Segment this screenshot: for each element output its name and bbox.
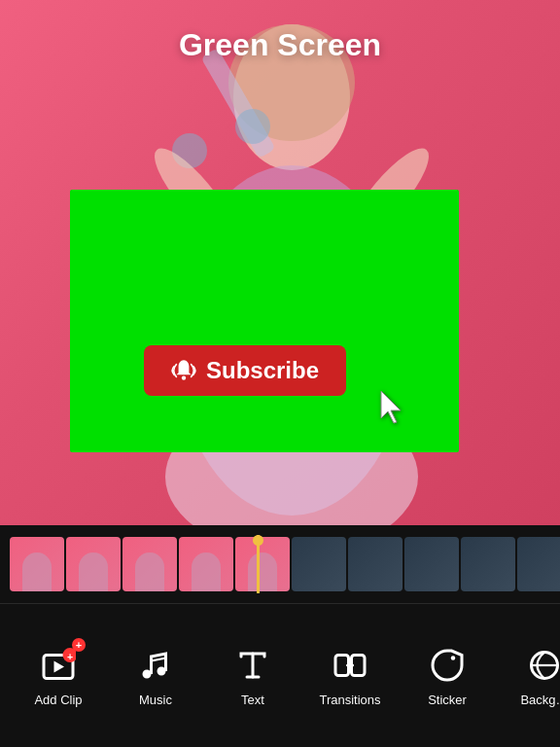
playhead[interactable] bbox=[257, 535, 260, 593]
subscribe-button: Subscribe bbox=[144, 345, 346, 396]
toolbar-item-music[interactable]: Music bbox=[107, 632, 204, 719]
toolbar-label-music: Music bbox=[139, 693, 172, 707]
toolbar-item-add-clip[interactable]: + Add Clip bbox=[10, 632, 107, 719]
toolbar-item-text[interactable]: Text bbox=[204, 632, 301, 719]
timeline-frame bbox=[517, 537, 560, 591]
sticker-icon bbox=[426, 644, 469, 687]
timeline-frame bbox=[66, 537, 121, 591]
toolbar-label-text: Text bbox=[241, 693, 264, 707]
transitions-icon bbox=[329, 644, 371, 687]
subscribe-label: Subscribe bbox=[206, 357, 319, 384]
text-icon bbox=[231, 644, 274, 687]
toolbar-label-add-clip: Add Clip bbox=[34, 693, 82, 707]
toolbar-label-background: Backg… bbox=[520, 693, 560, 707]
toolbar: + Add Clip Music Text bbox=[0, 603, 560, 747]
toolbar-label-transitions: Transitions bbox=[319, 693, 380, 707]
svg-text:+: + bbox=[67, 651, 73, 662]
toolbar-label-sticker: Sticker bbox=[428, 693, 467, 707]
timeline-frame bbox=[122, 537, 177, 591]
svg-point-9 bbox=[182, 375, 186, 379]
timeline[interactable] bbox=[0, 525, 560, 603]
toolbar-item-background[interactable]: Backg… bbox=[496, 632, 560, 719]
toolbar-item-transitions[interactable]: Transitions bbox=[301, 632, 399, 719]
add-clip-icon: + bbox=[37, 644, 80, 687]
timeline-frame bbox=[348, 537, 402, 591]
preview-title: Green Screen bbox=[179, 27, 381, 63]
timeline-frame bbox=[404, 537, 459, 591]
timeline-frame bbox=[179, 537, 233, 591]
timeline-frame bbox=[292, 537, 346, 591]
timeline-frame bbox=[461, 537, 515, 591]
timeline-frame bbox=[10, 537, 64, 591]
music-icon bbox=[134, 644, 177, 687]
bell-icon bbox=[171, 358, 196, 383]
svg-point-5 bbox=[235, 109, 270, 144]
background-icon bbox=[523, 644, 560, 687]
timeline-frame bbox=[235, 537, 290, 591]
video-preview: Green Screen Subscribe bbox=[0, 0, 560, 525]
svg-point-17 bbox=[451, 656, 456, 660]
toolbar-item-sticker[interactable]: Sticker bbox=[399, 632, 496, 719]
timeline-strip bbox=[0, 535, 560, 593]
